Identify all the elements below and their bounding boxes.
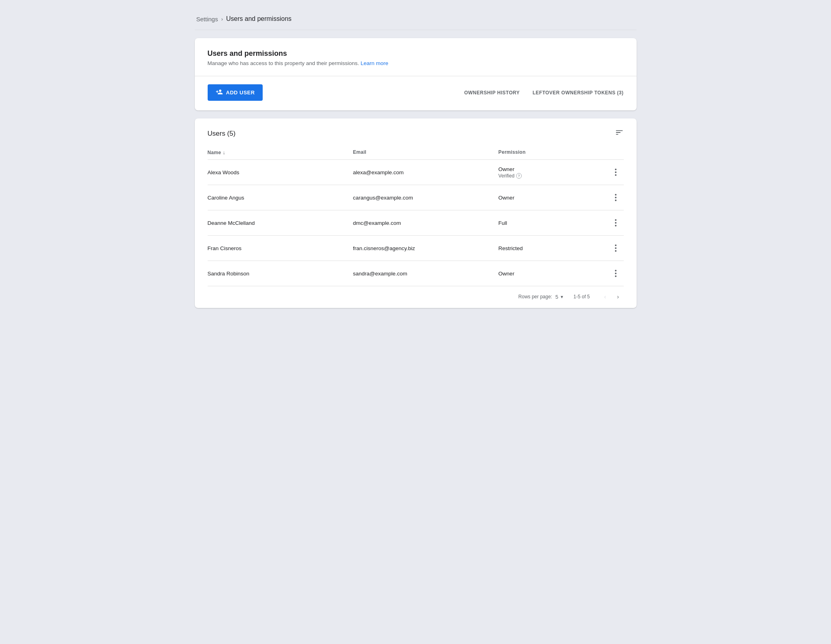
cell-permission: Restricted [498, 245, 608, 251]
cell-name: Fran Cisneros [208, 245, 353, 251]
cell-permission: Owner Verified ? [498, 166, 608, 179]
verified-label: Verified [498, 173, 515, 179]
table-row: Fran Cisneros fran.cisneros@agency.biz R… [208, 236, 624, 261]
rows-per-page-label: Rows per page: [519, 294, 552, 300]
cell-name: Deanne McClelland [208, 220, 353, 226]
add-user-button[interactable]: ADD USER [208, 84, 263, 101]
cell-email: carangus@example.com [353, 195, 498, 201]
breadcrumb-settings[interactable]: Settings [196, 16, 218, 22]
add-user-label: ADD USER [226, 90, 255, 96]
cell-name: Alexa Woods [208, 169, 353, 175]
page-description: Manage who has access to this property a… [208, 60, 624, 66]
verified-badge: Verified ? [498, 173, 608, 179]
row-menu-button[interactable] [608, 191, 624, 204]
filter-icon[interactable] [615, 128, 624, 139]
cell-name: Sandra Robinson [208, 271, 353, 277]
ownership-history-button[interactable]: OWNERSHIP HISTORY [464, 90, 520, 96]
header-card: Users and permissions Manage who has acc… [195, 38, 637, 110]
table-row: Sandra Robinson sandra@example.com Owner [208, 261, 624, 286]
learn-more-link[interactable]: Learn more [361, 60, 388, 66]
col-header-email: Email [353, 149, 498, 155]
users-card-header: Users (5) [208, 128, 624, 139]
breadcrumb-current: Users and permissions [226, 15, 292, 22]
cell-email: fran.cisneros@agency.biz [353, 245, 498, 251]
cell-name: Caroline Angus [208, 195, 353, 201]
cell-email: sandra@example.com [353, 271, 498, 277]
chevron-down-icon: ▼ [560, 295, 564, 299]
users-card: Users (5) Name ↓ Email Permission Alexa … [195, 118, 637, 308]
description-text: Manage who has access to this property a… [208, 60, 359, 66]
rows-per-page: Rows per page: 5 ▼ [519, 294, 564, 300]
table-body: Alexa Woods alexa@example.com Owner Veri… [208, 160, 624, 286]
rows-value: 5 [555, 294, 558, 300]
breadcrumb-arrow: › [221, 16, 223, 22]
table-row: Caroline Angus carangus@example.com Owne… [208, 185, 624, 210]
table-footer: Rows per page: 5 ▼ 1-5 of 5 ‹ › [208, 286, 624, 308]
table-row: Deanne McClelland dmc@example.com Full [208, 210, 624, 236]
toolbar-links: OWNERSHIP HISTORY LEFTOVER OWNERSHIP TOK… [464, 90, 624, 96]
toolbar: ADD USER OWNERSHIP HISTORY LEFTOVER OWNE… [208, 84, 624, 101]
cell-email: alexa@example.com [353, 169, 498, 175]
rows-per-page-select[interactable]: 5 ▼ [555, 294, 564, 300]
cell-email: dmc@example.com [353, 220, 498, 226]
add-user-icon [216, 88, 223, 97]
prev-page-button[interactable]: ‹ [600, 291, 611, 302]
col-header-name[interactable]: Name ↓ [208, 149, 353, 155]
cell-permission: Full [498, 220, 608, 226]
sort-arrow-icon: ↓ [223, 149, 225, 155]
col-header-actions [608, 149, 624, 155]
pagination-nav: ‹ › [600, 291, 624, 302]
table-row: Alexa Woods alexa@example.com Owner Veri… [208, 160, 624, 185]
next-page-button[interactable]: › [613, 291, 624, 302]
leftover-tokens-button[interactable]: LEFTOVER OWNERSHIP TOKENS (3) [533, 90, 624, 96]
breadcrumb: Settings › Users and permissions [195, 8, 637, 30]
cell-permission: Owner [498, 271, 608, 277]
help-icon[interactable]: ? [516, 173, 522, 179]
pagination-info: 1-5 of 5 [574, 294, 590, 300]
cell-permission: Owner [498, 195, 608, 201]
row-menu-button[interactable] [608, 241, 624, 255]
col-header-permission: Permission [498, 149, 608, 155]
row-menu-button[interactable] [608, 267, 624, 280]
row-menu-button[interactable] [608, 165, 624, 179]
users-title: Users (5) [208, 130, 236, 138]
page-title: Users and permissions [208, 49, 624, 58]
table-header: Name ↓ Email Permission [208, 145, 624, 160]
row-menu-button[interactable] [608, 216, 624, 230]
